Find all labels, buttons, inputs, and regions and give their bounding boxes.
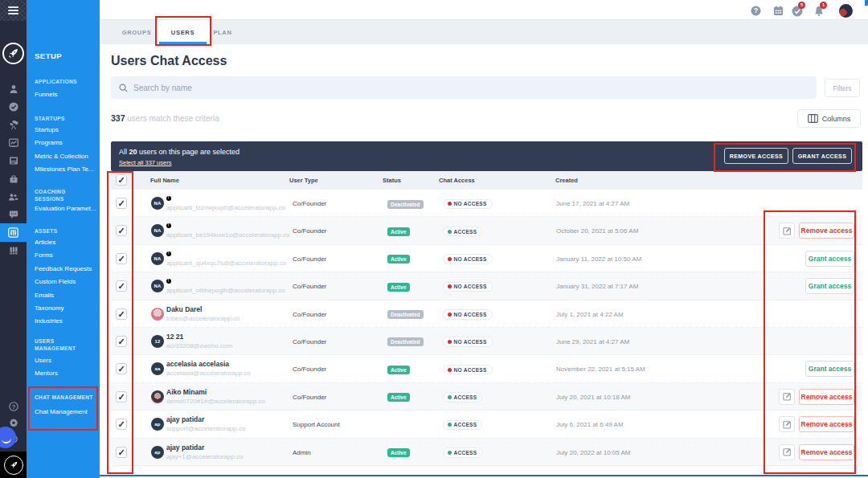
- table-row: ✓NA!applicant_otbhepoglh@acceleratorapp.…: [111, 272, 862, 300]
- sidebar-item-articles[interactable]: Articles: [27, 239, 100, 247]
- created-date: January 31, 2022 at 7:17 AM: [556, 283, 638, 290]
- rail-item-books-icon[interactable]: [0, 242, 27, 259]
- missing-name-icon: !: [166, 196, 171, 201]
- created-date: July 20, 2021 at 10:18 AM: [556, 394, 631, 401]
- sidebar-item-milestones-plan-te-[interactable]: Milestones Plan Te...: [27, 165, 100, 174]
- status-badge: Deactivated: [387, 337, 424, 346]
- sidebar-item-emails[interactable]: Emails: [27, 292, 100, 300]
- table-row: ✓NA!applicant_tzznwjxup0@acceleratorapp.…: [111, 190, 862, 217]
- user-type: Co/Founder: [293, 255, 326, 263]
- user-full-name: accelasia accelasia: [166, 360, 229, 368]
- sidebar-item-evaluation-paramet-[interactable]: Evaluation Paramet...: [27, 205, 100, 213]
- rail-item-people-icon[interactable]: [0, 188, 27, 206]
- user-full-name: Aiko Minami: [166, 388, 207, 396]
- user-type: Co/Founder: [293, 283, 326, 290]
- sidebar-item-industries[interactable]: Industries: [27, 317, 100, 325]
- chat-access-badge: NO ACCESS: [443, 282, 493, 292]
- annotation-checkbox-column: [107, 171, 133, 474]
- avatar: NA: [151, 252, 164, 265]
- rail-item-news-icon[interactable]: [0, 152, 27, 170]
- app-logo[interactable]: [2, 43, 24, 64]
- filters-button[interactable]: Filters: [825, 79, 860, 97]
- sidebar-section-applications: APPLICATIONS: [27, 78, 100, 85]
- access-dot: [448, 395, 452, 399]
- sidebar-section-coaching-sessions: COACHING SESSIONS: [27, 188, 83, 202]
- user-email: accelasia@acceleratorapp.co: [166, 370, 251, 377]
- search-input[interactable]: [133, 84, 761, 92]
- user-type: Admin: [293, 449, 311, 456]
- tab-groups[interactable]: GROUPS: [113, 20, 161, 45]
- bottom-divider: [100, 475, 868, 476]
- search-box: [111, 76, 817, 99]
- created-date: July 1, 2021 at 4:22 AM: [556, 311, 624, 318]
- access-dot: [448, 230, 452, 234]
- sidebar-section-users-management: USERS MANAGEMENT: [27, 337, 83, 352]
- rail-item-chat-icon[interactable]: [0, 206, 27, 223]
- select-all-link[interactable]: Select all 337 users: [119, 159, 171, 166]
- tasks-icon[interactable]: 5: [792, 6, 803, 17]
- help-icon[interactable]: ?: [751, 6, 761, 16]
- access-dot: [448, 284, 452, 288]
- rail-item-sliders-icon[interactable]: [0, 223, 27, 241]
- svg-text:?: ?: [754, 6, 758, 14]
- icon-rail: ?: [0, 0, 27, 478]
- avatar: NA: [151, 280, 164, 292]
- chat-access-badge: NO ACCESS: [443, 254, 493, 264]
- rail-item-chart-icon[interactable]: [0, 134, 27, 152]
- user-full-name: ajay patidar: [166, 415, 204, 423]
- bell-badge: 1: [820, 2, 827, 9]
- calendar-icon[interactable]: [773, 6, 784, 16]
- status-badge: Active: [387, 366, 411, 374]
- rail-item-check-icon[interactable]: [0, 98, 27, 116]
- menu-toggle[interactable]: [0, 0, 27, 21]
- chat-access-badge: ACCESS: [443, 420, 482, 431]
- status-badge: Deactivated: [387, 310, 424, 319]
- table-body: ✓NA!applicant_tzznwjxup0@acceleratorapp.…: [111, 190, 862, 466]
- rail-bottom-help-icon[interactable]: ?: [0, 398, 27, 415]
- rocket-icon: [9, 460, 18, 470]
- user-avatar[interactable]: [839, 4, 853, 18]
- sidebar-item-users[interactable]: Users: [27, 357, 100, 365]
- bell-icon[interactable]: 1: [813, 6, 825, 17]
- sidebar-item-startups[interactable]: Startups: [27, 126, 100, 134]
- created-date: October 20, 2021 at 5:06 AM: [556, 227, 638, 235]
- sidebar-item-forms[interactable]: Forms: [27, 251, 100, 259]
- user-type: Co/Founder: [293, 366, 326, 373]
- sidebar-item-feedback-requests[interactable]: Feedback Requests: [27, 265, 100, 273]
- sidebar-item-funnels[interactable]: Funnels: [27, 91, 100, 99]
- columns-button[interactable]: Columns: [797, 109, 861, 128]
- table-row: ✓Aiko Minamidemo0720#1#@acceleratorapp.c…: [111, 383, 862, 411]
- search-icon: [119, 84, 128, 92]
- sidebar-item-mentors[interactable]: Mentors: [27, 370, 100, 378]
- user-type: Support Account: [293, 421, 340, 428]
- rail-item-person-icon[interactable]: [0, 80, 27, 98]
- sidebar-item-taxonomy[interactable]: Taxonomy: [27, 304, 100, 313]
- created-date: January 11, 2022 at 10:50 AM: [556, 255, 641, 263]
- main-content: ? 5 1 GROUPS USERS PLAN Users Chat Acces…: [100, 0, 868, 478]
- user-email: support@acceleratorapp.co: [166, 425, 245, 432]
- annotation-bulk-buttons: [714, 143, 856, 172]
- rail-item-telescope-icon[interactable]: [0, 116, 27, 134]
- access-dot: [448, 368, 452, 372]
- table-header: ✓ Full Name User Type Status Chat Access…: [111, 171, 862, 190]
- rail-item-org-icon[interactable]: [0, 170, 27, 187]
- missing-name-icon: !: [166, 223, 171, 228]
- sidebar-item-programs[interactable]: Programs: [27, 139, 100, 147]
- status-badge: Active: [387, 283, 411, 292]
- status-badge: Active: [387, 227, 411, 236]
- avatar: NA: [151, 224, 164, 237]
- avatar: [151, 308, 164, 321]
- sidebar-item-custom-fields[interactable]: Custom Fields: [27, 278, 100, 286]
- user-full-name: 12 21: [166, 333, 183, 341]
- table-row: ✓Daku Dareltribex@acceleratorapp.coCo/Fo…: [111, 300, 862, 328]
- user-type: Co/Founder: [293, 227, 326, 235]
- user-type: Co/Founder: [293, 200, 326, 207]
- sidebar-title: SETUP: [35, 51, 62, 60]
- sidebar-item-metric-collection[interactable]: Metric & Collection: [27, 153, 100, 161]
- tab-bar: GROUPS USERS PLAN: [100, 19, 868, 44]
- chat-access-badge: ACCESS: [443, 227, 482, 237]
- col-status: Status: [383, 171, 401, 190]
- chat-access-badge: NO ACCESS: [443, 337, 493, 347]
- access-dot: [448, 340, 452, 344]
- chat-access-badge: NO ACCESS: [443, 199, 493, 210]
